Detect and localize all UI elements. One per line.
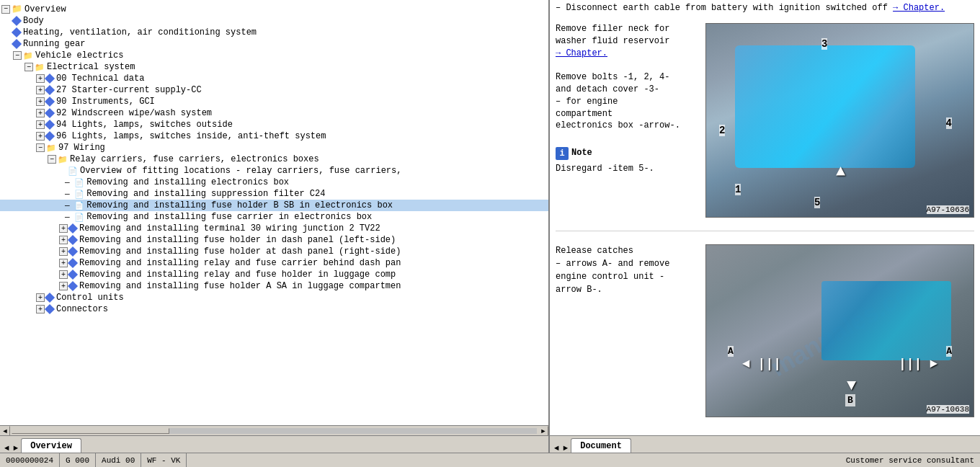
blue-diamond-body	[12, 16, 22, 26]
status-consultant-text: Customer service consultant	[846, 456, 974, 465]
note-label-1: Note	[571, 147, 592, 159]
tree-item-removing-fuse-dash-right[interactable]: + Removing and installing fuse holder at…	[0, 246, 548, 257]
image-section-2: Release catches– arrows A- and removeeng…	[556, 244, 974, 417]
expand-icon-vehicle-electrics[interactable]: −	[13, 51, 22, 60]
tree-item-removing-electronics[interactable]: ─ 📄 Removing and installing electronics …	[0, 177, 548, 188]
full-bottom-bar: ◄ ► Overview ◄ ► Document	[0, 435, 980, 453]
expand-icon-00-tech[interactable]: +	[36, 74, 45, 83]
step1-chapter-link[interactable]: → Chapter.	[556, 48, 607, 58]
arrow-A-right: ||| ►	[899, 357, 937, 371]
expand-icon-94-lights[interactable]: +	[36, 120, 45, 129]
arrow-A-left: ◄ |||	[742, 357, 781, 371]
step3-text: Release catches– arrows A- and removeeng…	[556, 244, 700, 296]
expand-icon-fuse-sa[interactable]: +	[59, 282, 68, 290]
tree-label-removing-suppression: Removing and installing suppression filt…	[86, 189, 325, 199]
tree-item-removing-relay-luggage[interactable]: + Removing and installing relay and fuse…	[0, 269, 548, 280]
expand-icon-relay-dash[interactable]: +	[59, 259, 68, 267]
tree-item-removing-fuse-sa[interactable]: + Removing and installing fuse holder A …	[0, 280, 548, 292]
blue-diamond-running-gear	[12, 39, 22, 49]
tree-item-removing-fuse-sb[interactable]: ─ 📄 Removing and installing fuse holder …	[0, 200, 548, 211]
blue-diamond-27-starter	[45, 85, 55, 95]
arrow-B: ▼	[847, 377, 856, 395]
expand-icon-96-lights[interactable]: +	[36, 132, 45, 141]
tree-label-removing-relay-luggage: Removing and installing relay and fuse h…	[79, 270, 396, 280]
nav-right-arrow[interactable]: ►	[12, 444, 20, 453]
nav-doc-right-arrow[interactable]: ►	[562, 444, 570, 453]
chapter-link-1[interactable]: → Chapter.	[893, 3, 945, 13]
doc-icon-removing-suppression: ─ 📄	[65, 190, 84, 199]
tree-item-removing-suppression[interactable]: ─ 📄 Removing and installing suppression …	[0, 188, 548, 200]
tree-item-connectors[interactable]: + Connectors	[0, 303, 548, 315]
tree-item-removing-terminal30[interactable]: + Removing and installing terminal 30 wi…	[0, 223, 548, 234]
expand-icon-electrical-system[interactable]: −	[24, 63, 33, 71]
tree-label-27-starter: 27 Starter-current supply-CC	[56, 85, 202, 95]
nav-left-arrow[interactable]: ◄	[3, 444, 11, 453]
tree-item-90-instruments[interactable]: + 90 Instruments, GCI	[0, 96, 548, 107]
expand-icon-overview[interactable]: −	[1, 5, 10, 14]
tree-label-control-units: Control units	[56, 293, 124, 303]
expand-icon-92-windscreen[interactable]: +	[36, 109, 45, 117]
expand-icon-97-wiring[interactable]: −	[36, 143, 45, 152]
status-doc-id: G 000	[60, 453, 96, 467]
tree-label-relay-carriers: Relay carriers, fuse carriers, electroni…	[70, 154, 319, 164]
expand-icon-relay-luggage[interactable]: +	[59, 270, 68, 279]
tab-document[interactable]: Document	[571, 438, 631, 453]
tree-label-overview: Overview	[24, 4, 66, 14]
tree-item-hvac[interactable]: Heating, ventilation, air conditioning s…	[0, 27, 548, 38]
folder-icon-97-wiring: 📁	[46, 143, 56, 153]
tree-item-94-lights[interactable]: + 94 Lights, lamps, switches outside	[0, 119, 548, 130]
expand-icon-connectors[interactable]: +	[36, 305, 45, 313]
bottom-status-bar: 0000000024 G 000 Audi 00 WF - VK Custome…	[0, 453, 980, 467]
tree-item-96-lights[interactable]: + 96 Lights, lamps, switches inside, ant…	[0, 130, 548, 142]
tree-item-overview-fitting[interactable]: 📄 Overview of fitting locations - relay …	[0, 165, 548, 177]
tree-item-removing-fuse-carrier[interactable]: ─ 📄 Removing and installing fuse carrier…	[0, 211, 548, 223]
doc-icon-removing-fuse-carrier: ─ 📄	[65, 213, 84, 222]
tree-item-92-windscreen[interactable]: + 92 Windscreen wipe/wash system	[0, 107, 548, 119]
tree-item-removing-relay-dash[interactable]: + Removing and installing relay and fuse…	[0, 257, 548, 269]
step1-text-col: Remove filler neck forwasher fluid reser…	[556, 23, 700, 218]
tree-item-00-tech[interactable]: + 00 Technical data	[0, 73, 548, 84]
tree-item-97-wiring[interactable]: − 📁 97 Wiring	[0, 142, 548, 154]
blue-diamond-92-windscreen	[45, 108, 55, 118]
label-5: 5	[814, 197, 820, 208]
blue-diamond-96-lights	[45, 131, 55, 141]
expand-icon-relay-carriers[interactable]: −	[48, 155, 56, 164]
scroll-left-btn[interactable]: ◄	[0, 426, 10, 436]
tree-item-vehicle-electrics[interactable]: − 📁 Vehicle electrics	[0, 50, 548, 61]
tree-label-96-lights: 96 Lights, lamps, switches inside, anti-…	[56, 131, 326, 141]
tree-label-removing-fuse-sb: Removing and installing fuse holder B SB…	[86, 200, 393, 210]
nav-doc-left-arrow[interactable]: ◄	[553, 444, 561, 453]
status-code-text: 0000000024	[6, 456, 53, 465]
tree-label-00-tech: 00 Technical data	[56, 74, 144, 84]
image-1-col: manuales.cc 2 3 4 1 5 ▲ A97-10636	[705, 23, 974, 218]
expand-icon-terminal30[interactable]: +	[59, 224, 68, 233]
tree-item-removing-fuse-dash-left[interactable]: + Removing and installing fuse holder in…	[0, 234, 548, 246]
tree-item-relay-carriers[interactable]: − 📁 Relay carriers, fuse carriers, elect…	[0, 154, 548, 165]
expand-icon-27-starter[interactable]: +	[36, 86, 45, 94]
tree-label-removing-fuse-sa: Removing and installing fuse holder A SA…	[79, 281, 401, 291]
tree-label-removing-fuse-dash-right: Removing and installing fuse holder at d…	[79, 246, 401, 257]
expand-icon-90-instruments[interactable]: +	[36, 97, 45, 106]
expand-icon-fuse-dash-right[interactable]: +	[59, 247, 68, 256]
scroll-right-btn[interactable]: ►	[538, 426, 548, 436]
step3-text-col: Release catches– arrows A- and removeeng…	[556, 244, 700, 417]
tree-label-electrical-system: Electrical system	[47, 62, 135, 72]
tree-label-vehicle-electrics: Vehicle electrics	[35, 50, 123, 61]
note-box-1: i Note	[556, 147, 700, 160]
tree-item-27-starter[interactable]: + 27 Starter-current supply-CC	[0, 84, 548, 96]
expand-icon-fuse-dash-left[interactable]: +	[59, 236, 68, 244]
left-scrollbar-h[interactable]: ◄ ►	[0, 425, 548, 435]
blue-diamond-relay-dash	[68, 258, 78, 268]
tree-container[interactable]: − 📁 Overview Body Heating, ventilation, …	[0, 0, 548, 425]
folder-icon-electrical-system: 📁	[35, 63, 45, 72]
blue-diamond-00-tech	[45, 74, 55, 84]
folder-icon-overview: 📁	[12, 4, 22, 14]
tree-item-electrical-system[interactable]: − 📁 Electrical system	[0, 61, 548, 73]
label-4: 4	[946, 117, 952, 129]
tree-item-control-units[interactable]: + Control units	[0, 292, 548, 303]
expand-icon-control-units[interactable]: +	[36, 293, 45, 302]
tree-item-overview[interactable]: − 📁 Overview	[0, 3, 548, 15]
tree-item-body[interactable]: Body	[0, 15, 548, 27]
tab-overview[interactable]: Overview	[21, 438, 81, 453]
tree-item-running-gear[interactable]: Running gear	[0, 38, 548, 50]
